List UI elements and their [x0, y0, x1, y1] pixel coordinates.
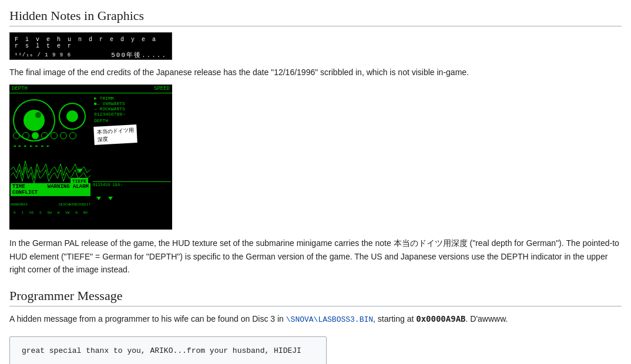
description-japanese-text: 本当のドイツ用深度 [394, 238, 468, 248]
description-credits-text: The final image of the end credits of th… [9, 68, 469, 77]
svg-marker-3 [96, 197, 101, 200]
geschwindigkeit-label: GESCHWINDIGKEIT [59, 203, 90, 207]
programmer-code-text: great special thanx to you, ARIKO...from… [22, 346, 301, 355]
warning-alarm-bar: TIMECONFLICT WARNING ALARM [11, 183, 90, 196]
section-title-hidden-notes: Hidden Notes in Graphics [9, 8, 622, 26]
hud-depth-right-label: DEPTH [94, 118, 170, 123]
time-conflict-label: TIMECONFLICT [12, 184, 38, 196]
description-german-part1: In the German PAL release of the game, t… [9, 238, 394, 248]
hud-arrows-row: ◄ ► ► ► ► ► ► [13, 143, 50, 149]
hud-medium-circle [59, 103, 86, 130]
hud-right-triangles [93, 187, 169, 202]
first-image-line1: F i v e h u n d r e d y e a r s l t e r [10, 33, 172, 50]
first-image-date: ¹²/₁₆ / 1 9 9 6 [15, 52, 71, 58]
description-credits: The final image of the end credits of th… [9, 66, 622, 79]
prog-desc-part1: A hidden message from a programmer to hi… [9, 314, 286, 323]
description-german-hud: In the German PAL release of the game, t… [9, 237, 622, 276]
warning-alarm-label: WARNING ALARM [48, 184, 89, 196]
hud-sphere [24, 110, 45, 131]
prog-hex-address: 0x0000A9AB [416, 314, 465, 323]
hud-main-area: ◄ ► ► ► ► ► ► TIEFE TIMECONFLICT WARNING… [9, 93, 172, 220]
hud-background: DEPTH SPEED [9, 85, 172, 230]
hud-submarine-image: DEPTH SPEED [9, 85, 172, 230]
hud-ruckwarts-label: — RÜCKWÄRTS [94, 106, 170, 112]
hud-vorwarts-label: ■— V0RWÄRTS [94, 101, 170, 106]
hud-small-circles [13, 132, 76, 139]
hud-speed-label: SPEED [154, 86, 170, 92]
hud-bottom-row1: HONDURAS GESCHWINDIGKEIT [11, 203, 90, 207]
first-image-500-label: 500年後..... [111, 50, 167, 59]
hud-numbers: 0123456789→ [94, 112, 170, 117]
hud-depth-label: DEPTH [12, 86, 28, 92]
prog-file-path: \SNOVA\LASBOSS3.BIN [286, 315, 373, 324]
first-image-bottom-row: ¹²/₁₆ / 1 9 9 6 500年後..... [10, 50, 172, 59]
programmer-code-block: great special thanx to you, ARIKO...from… [9, 336, 327, 364]
hud-trimm-label: ► TRIMM [94, 96, 170, 101]
prog-desc-part2: , starting at [373, 314, 416, 323]
hud-left-panel: ◄ ► ► ► ► ► ► TIEFE TIMECONFLICT WARNING… [9, 93, 92, 220]
programmer-message-title: Programmer Message [9, 288, 622, 306]
programmer-message-section: Programmer Message A hidden message from… [9, 288, 622, 364]
prog-desc-part3: . D'awwww. [466, 314, 508, 323]
svg-marker-4 [108, 197, 113, 200]
honduras-label: HONDURAS [11, 203, 28, 207]
hud-top-bar: DEPTH SPEED [9, 85, 172, 93]
hud-right-panel: ► TRIMM ■— V0RWÄRTS — RÜCKWÄRTS 01234567… [92, 93, 172, 220]
programmer-description: A hidden message from a programmer to hi… [9, 312, 622, 326]
hud-bottom-row2: O1OSSSWWVWNNO [11, 211, 90, 215]
end-credits-image: F i v e h u n d r e d y e a r s l t e r … [9, 32, 172, 60]
handwritten-note: 本当のドイツ用深度 [93, 125, 137, 146]
hud-depth-numbers: 0123456 184↑ [93, 181, 171, 187]
